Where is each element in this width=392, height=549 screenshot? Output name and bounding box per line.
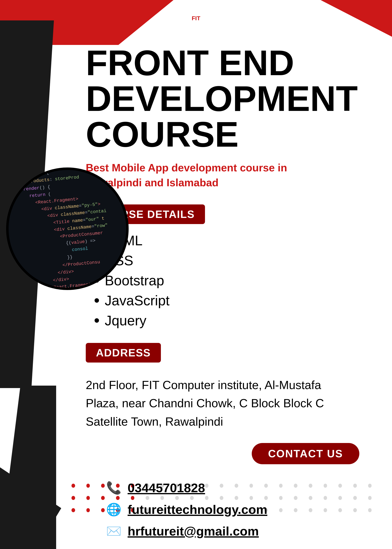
- phone-number[interactable]: 03445701828: [128, 481, 205, 495]
- list-item: Bootstrap: [94, 272, 380, 289]
- email-address[interactable]: hrfutureit@gmail.com: [128, 524, 259, 538]
- title-line1: FRONT END: [86, 45, 380, 81]
- contact-button-container: CONTACT US: [86, 443, 380, 464]
- code-preview-circle: react{ products: storeProd render() { re…: [6, 168, 129, 290]
- phone-row: 📞 03445701828: [106, 481, 380, 495]
- course-subtitle: Best Mobile App development course in Ra…: [86, 160, 331, 190]
- globe-icon: 🌐: [106, 502, 121, 517]
- list-item: JavaScript: [94, 292, 380, 309]
- address-badge: ADDRESS: [86, 343, 161, 363]
- list-item: Jquery: [94, 312, 380, 329]
- address-section: ADDRESS 2nd Floor, FIT Computer institut…: [86, 343, 380, 431]
- logo: FIT: [184, 6, 208, 31]
- dot: [71, 496, 75, 500]
- course-title: FRONT END DEVELOPMENT COURSE: [86, 45, 380, 152]
- website-row: 🌐 futureittechnology.com: [106, 502, 380, 517]
- list-item-label: JavaScript: [105, 292, 169, 308]
- title-line3: COURSE: [86, 116, 380, 152]
- contact-info: 📞 03445701828 🌐 futureittechnology.com ✉…: [86, 481, 380, 538]
- email-icon: ✉️: [106, 524, 121, 538]
- website-url[interactable]: futureittechnology.com: [128, 502, 267, 517]
- main-content: FRONT END DEVELOPMENT COURSE Best Mobile…: [86, 45, 380, 546]
- list-item: CSS: [94, 252, 380, 268]
- address-text: 2nd Floor, FIT Computer institute, Al-Mu…: [86, 376, 351, 431]
- title-line2: DEVELOPMENT: [86, 81, 380, 116]
- dot: [71, 508, 75, 512]
- email-row: ✉️ hrfutureit@gmail.com: [106, 524, 380, 538]
- dot: [71, 484, 75, 488]
- logo-text: FIT: [192, 15, 200, 22]
- list-item-label: Jquery: [105, 312, 146, 328]
- list-item: HTML: [94, 232, 380, 249]
- code-content: react{ products: storeProd render() { re…: [15, 168, 120, 290]
- phone-icon: 📞: [106, 481, 121, 495]
- contact-us-button[interactable]: CONTACT US: [252, 443, 359, 464]
- course-list: HTML CSS Bootstrap JavaScript Jquery: [94, 232, 380, 329]
